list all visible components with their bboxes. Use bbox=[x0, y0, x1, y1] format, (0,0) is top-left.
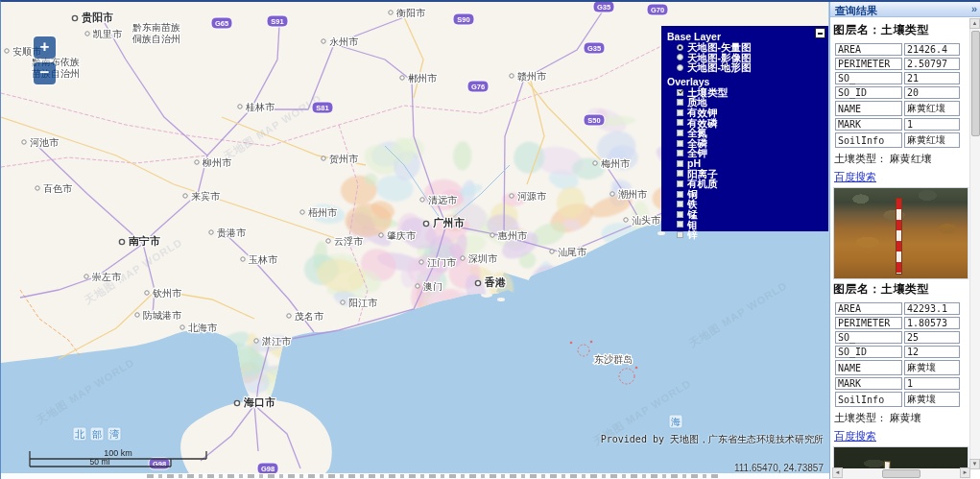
svg-text:赣州市: 赣州市 bbox=[517, 71, 547, 82]
checkbox-icon[interactable] bbox=[677, 170, 683, 177]
svg-text:永州市: 永州市 bbox=[329, 36, 359, 47]
svg-text:侗族自治州: 侗族自治州 bbox=[131, 34, 180, 44]
svg-text:S81: S81 bbox=[316, 104, 328, 112]
checkbox-icon[interactable] bbox=[677, 140, 683, 147]
overlay-label: 有效钾 bbox=[687, 108, 718, 118]
city-label: 黔东南苗族 bbox=[132, 22, 180, 33]
attr-value: 25 bbox=[904, 331, 960, 344]
collapse-sidebar-icon[interactable]: » bbox=[971, 3, 977, 14]
svg-text:梅州市: 梅州市 bbox=[600, 158, 631, 169]
minimize-panel-icon[interactable] bbox=[815, 28, 825, 38]
table-row: PERIMETER1.80573 bbox=[835, 317, 960, 329]
checkbox-icon[interactable] bbox=[677, 109, 683, 116]
overlay-option-14[interactable]: 锌 bbox=[677, 229, 826, 240]
svg-text:阳江市: 阳江市 bbox=[348, 298, 378, 308]
svg-text:河池市: 河池市 bbox=[30, 137, 60, 148]
vertical-scroll-thumb[interactable] bbox=[971, 31, 980, 136]
attr-key: NAME bbox=[835, 101, 902, 116]
soil-type-summary: 土壤类型： 麻黄红壤 bbox=[834, 152, 970, 166]
baidu-search-link[interactable]: 百度搜索 bbox=[834, 429, 876, 443]
map-viewport[interactable]: 天地图 MAP WORLD天地图 MAP WORLD天地图 MAP WORLD天… bbox=[1, 2, 829, 473]
overlay-option-7[interactable]: pH bbox=[677, 158, 826, 169]
table-row: AREA42293.1 bbox=[835, 302, 960, 315]
checkbox-icon[interactable] bbox=[677, 130, 683, 136]
horizontal-scrollbar[interactable]: ◄ ► bbox=[832, 468, 970, 479]
svg-text:G98: G98 bbox=[261, 465, 275, 473]
soil-profile-photo bbox=[833, 187, 968, 279]
zoom-in-button[interactable]: + bbox=[34, 36, 56, 59]
attribute-table: AREA21426.4PERIMETER2.50797SO_21SO_ID20N… bbox=[833, 41, 962, 150]
checkbox-icon[interactable] bbox=[677, 201, 683, 207]
svg-text:崇左市: 崇左市 bbox=[92, 272, 122, 282]
vertical-scrollbar[interactable]: ▲ ▼ bbox=[969, 18, 980, 469]
overlay-option-2[interactable]: 有效钾 bbox=[677, 108, 826, 118]
overlay-option-12[interactable]: 锰 bbox=[677, 209, 826, 220]
svg-text:G70: G70 bbox=[651, 6, 664, 14]
attribute-table: AREA42293.1PERIMETER1.80573SO_25SO_ID12N… bbox=[833, 300, 962, 409]
cursor-coordinates: 111.65470, 24.73857 bbox=[734, 463, 824, 473]
svg-text:衡阳市: 衡阳市 bbox=[395, 8, 426, 18]
svg-text:部: 部 bbox=[92, 429, 102, 440]
table-row: SoilInfo麻黄红壤 bbox=[835, 132, 960, 148]
checkbox-icon[interactable] bbox=[677, 160, 683, 167]
attr-key: AREA bbox=[835, 302, 902, 315]
svg-text:潮州市: 潮州市 bbox=[618, 189, 648, 200]
svg-text:凯里市: 凯里市 bbox=[93, 29, 123, 39]
radio-icon[interactable] bbox=[677, 54, 683, 60]
attr-key: MARK bbox=[835, 118, 902, 131]
base-layer-option-0[interactable]: 天地图-矢量图 bbox=[677, 42, 826, 53]
table-row: SoilInfo麻黄壤 bbox=[835, 392, 960, 407]
scroll-right-icon[interactable]: ► bbox=[960, 467, 970, 478]
zoom-out-button[interactable]: − bbox=[34, 62, 56, 84]
highway-shield: G76 bbox=[467, 81, 489, 92]
soil-profile-photo bbox=[833, 446, 968, 468]
measuring-pole bbox=[880, 461, 891, 468]
measuring-pole bbox=[896, 198, 902, 275]
checkbox-icon[interactable] bbox=[677, 180, 683, 187]
horizontal-scroll-thumb[interactable] bbox=[882, 469, 920, 478]
svg-text:澳门: 澳门 bbox=[423, 281, 442, 292]
checkbox-icon[interactable] bbox=[677, 191, 683, 198]
attr-value: 麻黄红壤 bbox=[904, 101, 960, 116]
svg-text:肇庆市: 肇庆市 bbox=[387, 230, 417, 241]
checkbox-icon[interactable] bbox=[677, 231, 683, 238]
overlay-option-9[interactable]: 有机质 bbox=[677, 179, 826, 189]
table-row: MARK1 bbox=[835, 377, 960, 390]
attr-value: 21426.4 bbox=[904, 43, 960, 56]
svg-text:桂林市: 桂林市 bbox=[245, 102, 275, 112]
table-row: NAME麻黄红壤 bbox=[835, 101, 960, 116]
svg-text:云浮市: 云浮市 bbox=[334, 236, 364, 247]
radio-icon[interactable] bbox=[677, 64, 683, 71]
attr-key: SoilInfo bbox=[835, 392, 902, 407]
overlay-option-10[interactable]: 铜 bbox=[677, 189, 826, 200]
base-layer-option-2[interactable]: 天地图-地形图 bbox=[677, 62, 826, 73]
attr-key: PERIMETER bbox=[835, 317, 902, 329]
checkbox-icon[interactable] bbox=[677, 221, 683, 228]
attr-key: PERIMETER bbox=[835, 58, 902, 70]
highway-shield: S91 bbox=[267, 15, 288, 27]
scroll-left-icon[interactable]: ◄ bbox=[832, 467, 843, 478]
checkbox-icon[interactable] bbox=[677, 99, 683, 106]
svg-text:来宾市: 来宾市 bbox=[191, 191, 221, 202]
baidu-search-link[interactable]: 百度搜索 bbox=[834, 170, 876, 184]
attr-value: 2.50797 bbox=[904, 58, 960, 70]
overlay-option-11[interactable]: 铁 bbox=[677, 199, 826, 209]
scroll-down-icon[interactable]: ▼ bbox=[969, 459, 980, 469]
svg-text:海口市: 海口市 bbox=[243, 396, 275, 408]
base-layer-label: 天地图-矢量图 bbox=[687, 42, 752, 53]
svg-text:G35: G35 bbox=[587, 44, 601, 53]
attr-key: SO_ bbox=[835, 331, 902, 344]
svg-text:海: 海 bbox=[671, 417, 681, 427]
checkbox-icon[interactable] bbox=[677, 89, 683, 96]
checkbox-icon[interactable] bbox=[677, 119, 683, 126]
radio-icon[interactable] bbox=[677, 44, 683, 51]
checkbox-icon[interactable] bbox=[677, 211, 683, 218]
overlay-label: 锰 bbox=[687, 209, 698, 220]
checkbox-icon[interactable] bbox=[677, 150, 683, 156]
overlay-option-13[interactable]: 钼 bbox=[677, 220, 826, 230]
scroll-up-icon[interactable]: ▲ bbox=[969, 18, 980, 29]
svg-text:玉林市: 玉林市 bbox=[249, 254, 278, 265]
attr-value: 麻黄壤 bbox=[904, 360, 960, 375]
attr-key: AREA bbox=[835, 43, 902, 56]
svg-text:惠州市: 惠州市 bbox=[497, 230, 528, 241]
